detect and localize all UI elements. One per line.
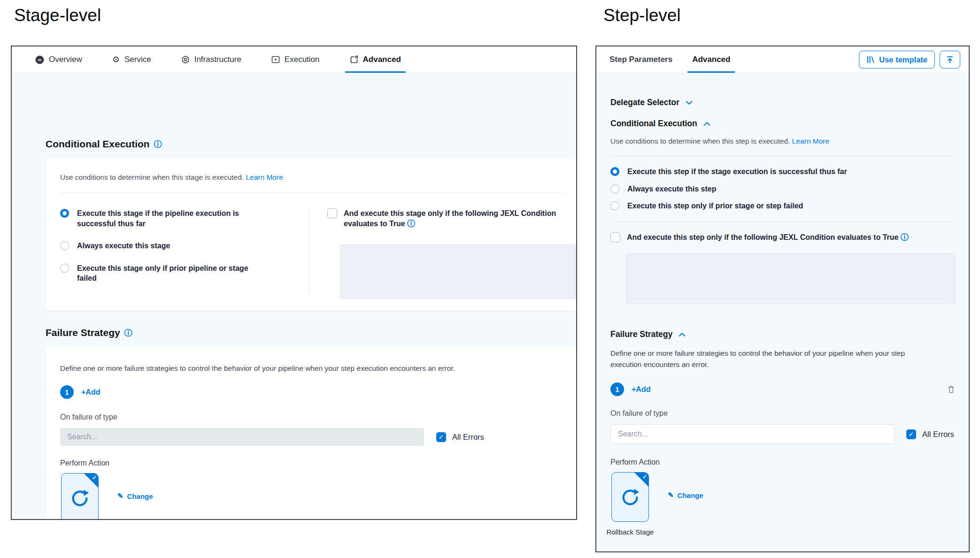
failure-strategy-heading-label: Failure Strategy bbox=[46, 327, 120, 338]
jexl-condition-textarea[interactable] bbox=[340, 245, 576, 299]
change-label: Change bbox=[127, 492, 153, 500]
failure-strategy-description: Define one or more failure strategies to… bbox=[610, 348, 930, 370]
strategy-tabs-row: 1 +Add bbox=[60, 385, 576, 399]
failure-strategy-heading: Failure Strategy ⓘ bbox=[46, 327, 132, 338]
rollback-stage-action-card[interactable]: ✓ bbox=[611, 472, 649, 522]
step-panel-body: Delegate Selector Conditional Execution … bbox=[596, 98, 969, 537]
use-template-button[interactable]: Use template bbox=[859, 51, 935, 69]
failure-type-search-input[interactable] bbox=[610, 424, 895, 444]
radio-selected-icon bbox=[610, 167, 619, 176]
action-name-label: Rollback Stage bbox=[604, 527, 656, 537]
template-library-icon bbox=[866, 55, 875, 64]
radio-option-success[interactable]: Execute this step if the stage execution… bbox=[610, 167, 955, 177]
all-errors-checkbox-row[interactable]: ✓ All Errors bbox=[906, 429, 954, 439]
strategy-tabs-row: 1 +Add bbox=[610, 382, 955, 396]
jexl-label-text: And execute this stage only if the follo… bbox=[344, 209, 556, 228]
chevron-down-icon bbox=[686, 100, 693, 105]
radio-option-always[interactable]: Always execute this stage bbox=[60, 241, 295, 251]
selected-check-icon: ✓ bbox=[92, 474, 97, 481]
radio-option-always[interactable]: Always execute this step bbox=[610, 184, 955, 194]
failure-type-search-input[interactable] bbox=[60, 428, 424, 446]
divider bbox=[610, 156, 955, 156]
conditional-execution-heading: Conditional Execution ⓘ bbox=[46, 138, 162, 150]
perform-action-label: Perform Action bbox=[60, 459, 576, 467]
radio-option-failed[interactable]: Execute this stage only if prior pipelin… bbox=[60, 263, 295, 283]
tab-execution-label: Execution bbox=[285, 55, 320, 64]
tab-step-parameters[interactable]: Step Parameters bbox=[610, 46, 672, 73]
radio-option-label: Execute this step if the stage execution… bbox=[627, 167, 847, 177]
overview-icon: ∞ bbox=[35, 55, 44, 64]
perform-action-label: Perform Action bbox=[610, 458, 955, 466]
failure-strategy-section-toggle[interactable]: Failure Strategy bbox=[610, 329, 955, 339]
delete-strategy-button[interactable] bbox=[948, 385, 955, 393]
perform-action-row: ✓ Rollback Stage ✎ Change bbox=[610, 472, 955, 537]
svg-text:∞: ∞ bbox=[38, 57, 41, 62]
radio-selected-icon bbox=[60, 209, 69, 218]
jexl-label: And execute this step only if the follow… bbox=[627, 232, 909, 243]
tab-overview-label: Overview bbox=[49, 55, 82, 64]
conditional-execution-section-toggle[interactable]: Conditional Execution bbox=[610, 119, 955, 129]
conditional-execution-description: Use conditions to determine when this st… bbox=[46, 159, 576, 192]
strategy-tabs-left: 1 +Add bbox=[610, 382, 650, 396]
step-tabbar: Step Parameters Advanced Use template bbox=[596, 46, 969, 73]
change-label: Change bbox=[678, 491, 703, 499]
radio-option-success[interactable]: Execute this stage if the pipeline execu… bbox=[60, 208, 295, 229]
advanced-icon bbox=[350, 55, 358, 64]
radio-option-label: Always execute this step bbox=[627, 184, 716, 194]
checkbox-checked-icon: ✓ bbox=[436, 432, 446, 442]
save-as-template-button[interactable] bbox=[940, 51, 960, 69]
change-action-link[interactable]: ✎ Change bbox=[668, 491, 703, 499]
add-strategy-button[interactable]: +Add bbox=[632, 385, 650, 394]
stage-tabbar: ∞ Overview ⚙ Service Infrastructure Exec… bbox=[12, 46, 576, 73]
all-errors-label: All Errors bbox=[452, 433, 484, 442]
tab-infrastructure[interactable]: Infrastructure bbox=[181, 46, 241, 73]
jexl-checkbox-row[interactable]: And execute this stage only if the follo… bbox=[327, 208, 576, 229]
jexl-condition-textarea[interactable] bbox=[626, 253, 955, 304]
rollback-stage-action-card[interactable]: ✓ bbox=[61, 473, 99, 520]
step-tabs: Step Parameters Advanced bbox=[610, 46, 730, 73]
tab-step-advanced-label: Advanced bbox=[692, 55, 730, 64]
header-actions: Use template bbox=[859, 46, 960, 73]
failure-type-row: ✓ All Errors bbox=[60, 428, 576, 446]
jexl-label: And execute this stage only if the follo… bbox=[344, 208, 576, 229]
jexl-checkbox-row[interactable]: And execute this step only if the follow… bbox=[610, 232, 955, 243]
infrastructure-icon bbox=[181, 55, 190, 64]
selected-action-block: ✓ Rollback Stage bbox=[610, 472, 650, 537]
conditional-execution-label: Conditional Execution bbox=[610, 119, 697, 129]
conditional-execution-columns: Execute this stage if the pipeline execu… bbox=[46, 192, 576, 299]
use-template-label: Use template bbox=[879, 55, 927, 64]
strategy-1-badge[interactable]: 1 bbox=[60, 385, 74, 399]
rollback-icon bbox=[69, 487, 91, 509]
tab-step-advanced[interactable]: Advanced bbox=[692, 46, 730, 73]
info-icon[interactable]: ⓘ bbox=[407, 219, 415, 228]
info-icon[interactable]: ⓘ bbox=[124, 329, 132, 337]
jexl-label-text: And execute this step only if the follow… bbox=[627, 233, 898, 241]
tab-advanced[interactable]: Advanced bbox=[350, 46, 401, 73]
checkbox-checked-icon: ✓ bbox=[906, 429, 916, 439]
learn-more-link[interactable]: Learn More bbox=[792, 137, 829, 145]
step-level-title: Step-level bbox=[603, 6, 681, 25]
radio-option-failed[interactable]: Execute this step only if prior stage or… bbox=[610, 201, 955, 211]
strategy-1-badge[interactable]: 1 bbox=[610, 382, 624, 396]
upload-to-bar-icon bbox=[946, 55, 954, 64]
step-conditional-description-text: Use conditions to determine when this st… bbox=[610, 137, 790, 145]
add-strategy-button[interactable]: +Add bbox=[81, 388, 100, 397]
learn-more-link[interactable]: Learn More bbox=[246, 173, 283, 181]
tab-service[interactable]: ⚙ Service bbox=[112, 46, 151, 73]
tab-infrastructure-label: Infrastructure bbox=[194, 55, 241, 64]
chevron-up-icon bbox=[679, 332, 686, 337]
info-icon[interactable]: ⓘ bbox=[901, 233, 909, 242]
info-icon[interactable]: ⓘ bbox=[154, 140, 162, 148]
chevron-up-icon bbox=[703, 122, 710, 126]
radio-option-label: Always execute this stage bbox=[77, 241, 170, 251]
perform-action-row: ✓ Rollback Stage ✎ Change bbox=[60, 473, 576, 520]
change-action-link[interactable]: ✎ Change bbox=[117, 492, 153, 500]
tab-advanced-label: Advanced bbox=[363, 55, 401, 64]
delegate-selector-section-toggle[interactable]: Delegate Selector bbox=[610, 98, 955, 107]
all-errors-checkbox-row[interactable]: ✓ All Errors bbox=[436, 432, 484, 442]
tab-execution[interactable]: Execution bbox=[271, 46, 320, 73]
tab-overview[interactable]: ∞ Overview bbox=[35, 46, 82, 73]
on-failure-of-type-label: On failure of type bbox=[610, 409, 955, 418]
failure-strategy-description: Define one or more failure strategies to… bbox=[60, 363, 576, 374]
on-failure-of-type-label: On failure of type bbox=[60, 413, 576, 421]
